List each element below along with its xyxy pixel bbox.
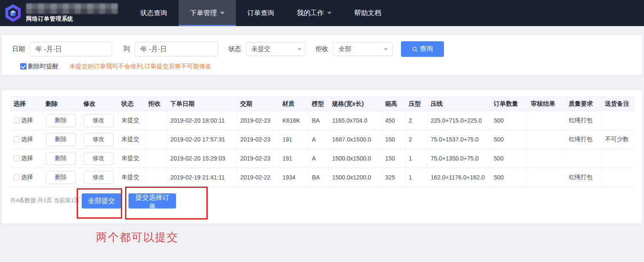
status-label: 状态 [228,45,241,53]
nav-item-status-query[interactable]: 状态查询 [129,0,179,26]
cell-order-date: 2019-02-20 18:00:11 [167,111,237,130]
cell-quality-requirement: 红绳打包 [565,168,601,187]
cell-size: 1687.0x1500.0 [329,130,382,149]
date-to-input[interactable] [135,42,218,56]
modify-button[interactable]: 修改 [84,171,114,184]
remind-checkbox-checked-icon[interactable] [20,63,27,70]
cell-press-line: 225.0+715.0+225.0 [427,111,490,130]
column-header-15: 质量要求 [565,97,601,111]
cell-modify: 修改 [80,130,118,149]
cell-order-quantity: 500 [490,168,527,187]
cell-box-height: 325 [382,168,405,187]
column-header-4: 拒收 [145,97,167,111]
cell-modify: 修改 [80,168,118,187]
modify-button[interactable]: 修改 [84,152,114,165]
nav-item-order-management[interactable]: 下单管理 [179,0,236,26]
table-row: 选择 删除 修改 未提交 2019-02-20 15:29:03 2019-02… [10,149,635,168]
cell-audit-result [527,168,565,187]
column-header-1: 删除 [42,97,80,111]
cell-delivery-note [601,149,635,168]
status-select[interactable]: 未提交 [246,42,306,56]
nav-menu: 状态查询 下单管理 订单查询 我的工作 帮助文档 [129,0,393,26]
column-header-12: 压线 [427,97,490,111]
column-header-7: 材质 [279,97,308,111]
search-icon [412,46,418,52]
reject-label: 拒收 [315,45,328,53]
cell-delivery-date: 2019-02-23 [237,111,279,130]
row-select-checkbox[interactable] [13,136,19,142]
cell-box-height: 450 [382,111,405,130]
cell-audit-result [527,149,565,168]
column-header-14: 审核结果 [527,97,565,111]
annotation-note-text: 两个都可以提交 [96,230,179,245]
cell-flute-type: BA [308,111,329,130]
cell-delete: 删除 [42,149,80,168]
cell-press-line: 162.0+1176.0+162.0 [427,168,490,187]
date-from-input[interactable] [30,42,112,56]
cell-flute-type: A [308,130,329,149]
cell-material: 191 [279,149,308,168]
delete-button[interactable]: 删除 [46,171,76,184]
search-button[interactable]: 查询 [401,41,444,57]
pagination-summary: 共4条数据 共1页 当前第1页 [10,193,80,208]
chevron-down-icon [327,12,331,14]
modify-button[interactable]: 修改 [84,133,114,146]
row-select-checkbox[interactable] [13,155,19,161]
cell-press-line: 75.0+1537.0+75.0 [427,130,490,149]
cell-size: 1500.0x1200.0 [329,168,382,187]
cell-delivery-date: 2019-02-22 [237,168,279,187]
delete-button[interactable]: 删除 [46,114,76,127]
date-label: 日期 [12,45,25,53]
nav-item-my-work[interactable]: 我的工作 [286,0,343,26]
column-header-11: 压型 [405,97,427,111]
cell-modify: 修改 [80,149,118,168]
nav-item-help-docs[interactable]: 帮助文档 [343,0,393,26]
cell-material: 191 [279,130,308,149]
cell-quality-requirement: 红绳打包 [565,130,601,149]
chevron-down-icon [220,12,224,14]
modify-button[interactable]: 修改 [84,114,114,127]
filter-panel: 日期 到 状态 未提交 拒收 全部 查询 删除时提醒 未提交的订单我司不会收到,… [1,35,643,75]
reject-select[interactable]: 全部 [333,42,393,56]
cell-order-date: 2019-02-20 17:57:31 [167,130,237,149]
cell-flute-type: BA [308,168,329,187]
system-subtitle: 网络订单管理系统 [26,15,73,23]
cell-order-quantity: 500 [490,149,527,168]
table-row: 选择 删除 修改 未提交 2019-02-19 21:41:11 2019-02… [10,168,635,187]
row-select-label: 选择 [21,136,33,143]
column-header-0: 选择 [10,97,42,111]
column-header-13: 订单数量 [490,97,527,111]
company-name-redacted [26,3,118,14]
chevron-down-icon [297,48,302,51]
cell-modify: 修改 [80,111,118,130]
cell-status: 未提交 [118,168,145,187]
delete-button[interactable]: 删除 [46,133,76,146]
column-header-5: 下单日期 [167,97,237,111]
cell-reject [145,130,167,149]
orders-table: 选择删除修改状态拒收下单日期交期材质楞型规格(宽x长)箱高压型压线订单数量审核结… [10,96,635,187]
top-navbar: 网络订单管理系统 状态查询 下单管理 订单查询 我的工作 帮助文档 [0,0,644,26]
cell-select: 选择 [10,168,42,187]
column-header-8: 楞型 [308,97,329,111]
logo-cube-hexagon-icon [3,3,23,23]
reject-select-value: 全部 [339,45,351,53]
cell-delete: 删除 [42,168,80,187]
cell-quality-requirement: 红绳打包 [565,111,601,130]
cell-order-quantity: 500 [490,111,527,130]
cell-delete: 删除 [42,130,80,149]
search-button-label: 查询 [420,45,433,53]
column-header-2: 修改 [80,97,118,111]
row-select-checkbox[interactable] [13,174,19,180]
cell-press-line: 75.0+1350.0+75.0 [427,149,490,168]
filter-row: 日期 到 状态 未提交 拒收 全部 查询 [2,35,642,57]
nav-item-order-query[interactable]: 订单查询 [236,0,286,26]
cell-delivery-note: 不可少数 [601,130,635,149]
cell-status: 未提交 [118,149,145,168]
row-select-checkbox[interactable] [13,118,19,123]
cell-select: 选择 [10,149,42,168]
cell-material: K616K [279,111,308,130]
delete-button[interactable]: 删除 [46,152,76,165]
cell-reject [145,111,167,130]
chevron-down-icon [384,48,388,51]
column-header-6: 交期 [237,97,279,111]
